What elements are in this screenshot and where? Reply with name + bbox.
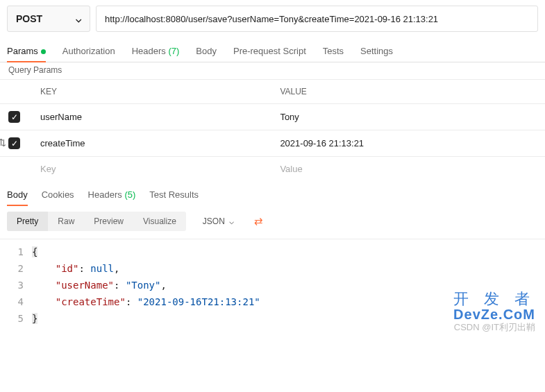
tab-headers[interactable]: Headers (7)	[132, 46, 180, 62]
tab-params[interactable]: Params	[7, 46, 46, 62]
row-checkbox[interactable]: ✓	[8, 137, 20, 149]
view-tab-raw[interactable]: Raw	[48, 212, 84, 231]
tab-authorization[interactable]: Authorization	[62, 46, 115, 62]
view-tab-pretty[interactable]: Pretty	[7, 212, 48, 231]
http-method-label: POST	[16, 13, 42, 24]
query-params-label: Query Params	[0, 62, 545, 79]
line-number-gutter: 1 2 3 4 5	[0, 244, 32, 327]
wrap-lines-icon[interactable]: ⇄	[248, 211, 269, 232]
tab-body[interactable]: Body	[196, 46, 217, 62]
tab-prerequest[interactable]: Pre-request Script	[233, 46, 306, 62]
response-tab-test-results[interactable]: Test Results	[149, 189, 199, 205]
param-key-cell[interactable]: createTime	[32, 130, 271, 157]
row-checkbox[interactable]: ✓	[8, 111, 20, 123]
http-method-select[interactable]: POST ⌵	[7, 6, 90, 32]
response-body-code[interactable]: { "id": null, "userName": "Tony", "creat…	[32, 244, 545, 327]
param-key-placeholder[interactable]: Key	[32, 157, 271, 182]
table-row[interactable]: ⇅✓ createTime 2021-09-16 21:13:21	[0, 130, 545, 157]
chevron-down-icon: ⌵	[76, 13, 81, 24]
drag-handle-icon[interactable]: ⇅	[0, 137, 6, 148]
query-params-table: KEY VALUE ✓ userName Tony ⇅✓ createTime …	[0, 79, 545, 181]
format-select[interactable]: JSON ⌵	[196, 212, 241, 230]
table-row-placeholder[interactable]: Key Value	[0, 157, 545, 182]
column-header-key: KEY	[32, 80, 271, 104]
column-header-value: VALUE	[271, 80, 545, 104]
param-value-cell[interactable]: 2021-09-16 21:13:21	[271, 130, 545, 157]
url-input[interactable]	[96, 6, 538, 32]
response-tab-cookies[interactable]: Cookies	[42, 189, 74, 205]
param-key-cell[interactable]: userName	[32, 104, 271, 130]
param-value-cell[interactable]: Tony	[271, 104, 545, 130]
view-tab-preview[interactable]: Preview	[84, 212, 133, 231]
view-mode-tabs: Pretty Raw Preview Visualize	[7, 212, 186, 231]
response-tab-headers[interactable]: Headers (5)	[88, 189, 136, 205]
table-row[interactable]: ✓ userName Tony	[0, 104, 545, 130]
view-tab-visualize[interactable]: Visualize	[133, 212, 186, 231]
chevron-down-icon: ⌵	[229, 216, 234, 226]
params-active-dot-icon	[41, 49, 46, 54]
response-tab-body[interactable]: Body	[7, 189, 28, 205]
format-label: JSON	[203, 216, 225, 226]
tab-tests[interactable]: Tests	[323, 46, 344, 62]
response-body-viewer: 1 2 3 4 5 { "id": null, "userName": "Ton…	[0, 239, 545, 341]
tab-settings[interactable]: Settings	[360, 46, 393, 62]
param-value-placeholder[interactable]: Value	[271, 157, 545, 182]
